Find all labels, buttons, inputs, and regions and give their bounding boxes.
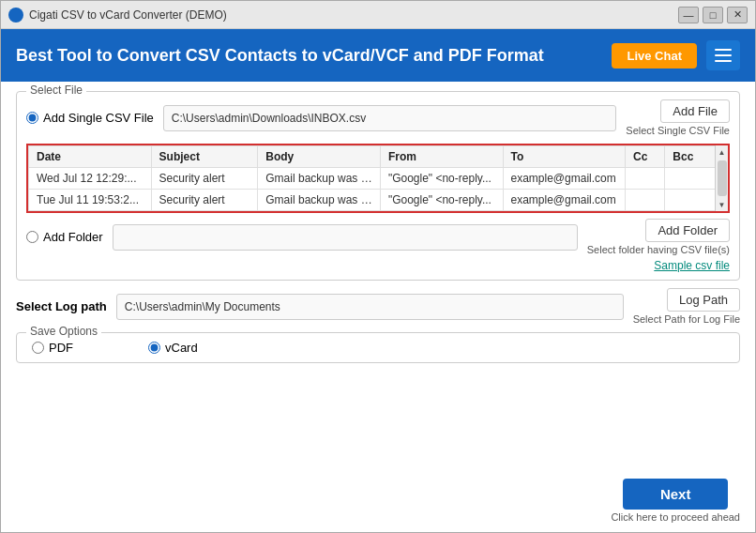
next-button[interactable]: Next bbox=[623, 479, 729, 510]
col-date: Date bbox=[29, 146, 152, 168]
log-path-button[interactable]: Log Path bbox=[667, 288, 740, 312]
hamburger-menu-button[interactable] bbox=[706, 40, 740, 70]
add-folder-text: Add Folder bbox=[43, 230, 103, 244]
sample-csv-link[interactable]: Sample csv file bbox=[26, 259, 730, 272]
hamburger-line-1 bbox=[715, 49, 732, 51]
add-folder-radio[interactable] bbox=[26, 231, 38, 243]
vcard-radio[interactable] bbox=[148, 342, 160, 354]
add-folder-hint: Select folder having CSV file(s) bbox=[587, 244, 730, 255]
add-single-csv-text: Add Single CSV File bbox=[43, 111, 154, 125]
add-file-right: Add File Select Single CSV File bbox=[626, 99, 730, 136]
footer-right: Next Click here to proceed ahead bbox=[611, 479, 740, 523]
cell-to: example@gmail.com bbox=[503, 168, 626, 190]
header-actions: Live Chat bbox=[612, 40, 740, 70]
add-file-hint: Select Single CSV File bbox=[626, 125, 730, 136]
cell-body: Gmail backup was g... bbox=[258, 168, 381, 190]
cell-cc bbox=[626, 168, 665, 190]
table-row: Wed Jul 12 12:29:...Security alertGmail … bbox=[29, 168, 728, 190]
footer: Next Click here to proceed ahead bbox=[1, 473, 755, 532]
pdf-option-label[interactable]: PDF bbox=[32, 341, 73, 355]
cell-from: "Google" <no-reply... bbox=[380, 190, 503, 211]
window-title: Cigati CSV to vCard Converter (DEMO) bbox=[29, 8, 678, 22]
select-file-label: Select File bbox=[26, 84, 86, 97]
main-content: Select File Add Single CSV File Add File… bbox=[1, 82, 755, 473]
pdf-label: PDF bbox=[49, 341, 73, 355]
add-folder-radio-label[interactable]: Add Folder bbox=[26, 230, 103, 244]
add-folder-row: Add Folder Add Folder Select folder havi… bbox=[26, 219, 730, 255]
save-options-section: Save Options PDF vCard bbox=[16, 332, 740, 363]
col-cc: Cc bbox=[626, 146, 665, 168]
app-header: Best Tool to Convert CSV Contacts to vCa… bbox=[1, 29, 755, 82]
log-path-hint: Select Path for Log File bbox=[633, 313, 740, 325]
add-folder-button[interactable]: Add Folder bbox=[645, 219, 730, 242]
window-controls: — □ ✕ bbox=[678, 7, 748, 23]
add-single-csv-radio-label[interactable]: Add Single CSV File bbox=[26, 111, 154, 125]
cell-to: example@gmail.com bbox=[503, 190, 626, 211]
save-options-label: Save Options bbox=[26, 325, 101, 338]
cell-cc bbox=[626, 190, 665, 211]
csv-table-wrapper: Date Subject Body From To Cc Bcc Wed Jul… bbox=[26, 144, 730, 213]
col-from: From bbox=[380, 146, 503, 168]
app-icon bbox=[8, 8, 23, 23]
table-header-row: Date Subject Body From To Cc Bcc bbox=[29, 146, 728, 168]
header-title: Best Tool to Convert CSV Contacts to vCa… bbox=[16, 46, 612, 66]
live-chat-button[interactable]: Live Chat bbox=[612, 43, 697, 69]
cell-subject: Security alert bbox=[151, 190, 258, 211]
folder-path-input[interactable] bbox=[113, 224, 578, 251]
col-subject: Subject bbox=[151, 146, 258, 168]
main-window: Cigati CSV to vCard Converter (DEMO) — □… bbox=[0, 0, 756, 533]
next-hint: Click here to proceed ahead bbox=[611, 511, 740, 523]
col-body: Body bbox=[258, 146, 381, 168]
log-path-section: Select Log path Log Path Select Path for… bbox=[16, 288, 740, 325]
table-scrollbar[interactable]: ▲ ▼ bbox=[715, 145, 728, 211]
cell-date: Wed Jul 12 12:29:... bbox=[29, 168, 152, 190]
select-file-section: Select File Add Single CSV File Add File… bbox=[16, 91, 740, 281]
hamburger-line-2 bbox=[715, 54, 732, 56]
log-path-input[interactable] bbox=[116, 294, 624, 320]
hamburger-line-3 bbox=[715, 60, 732, 62]
single-csv-path-input[interactable] bbox=[163, 105, 617, 131]
cell-subject: Security alert bbox=[151, 168, 258, 190]
csv-table: Date Subject Body From To Cc Bcc Wed Jul… bbox=[28, 145, 728, 211]
vcard-option-label[interactable]: vCard bbox=[148, 341, 198, 355]
pdf-radio[interactable] bbox=[32, 342, 44, 354]
col-to: To bbox=[503, 146, 626, 168]
log-path-label: Select Log path bbox=[16, 299, 107, 313]
table-row: Tue Jul 11 19:53:2...Security alertGmail… bbox=[29, 190, 728, 211]
close-button[interactable]: ✕ bbox=[727, 7, 748, 23]
add-folder-right: Add Folder Select folder having CSV file… bbox=[587, 219, 730, 255]
scroll-thumb[interactable] bbox=[718, 160, 727, 196]
cell-date: Tue Jul 11 19:53:2... bbox=[29, 190, 152, 211]
cell-from: "Google" <no-reply... bbox=[380, 168, 503, 190]
minimize-button[interactable]: — bbox=[678, 7, 699, 23]
vcard-label: vCard bbox=[165, 341, 198, 355]
titlebar: Cigati CSV to vCard Converter (DEMO) — □… bbox=[1, 1, 755, 29]
add-file-button[interactable]: Add File bbox=[660, 99, 730, 123]
scroll-up-arrow[interactable]: ▲ bbox=[716, 145, 729, 159]
maximize-button[interactable]: □ bbox=[703, 7, 723, 23]
log-path-right: Log Path Select Path for Log File bbox=[633, 288, 740, 325]
scroll-down-arrow[interactable]: ▼ bbox=[716, 198, 729, 211]
add-single-csv-radio[interactable] bbox=[26, 112, 38, 124]
cell-body: Gmail backup was g... bbox=[258, 190, 381, 211]
add-single-csv-row: Add Single CSV File Add File Select Sing… bbox=[26, 99, 730, 136]
